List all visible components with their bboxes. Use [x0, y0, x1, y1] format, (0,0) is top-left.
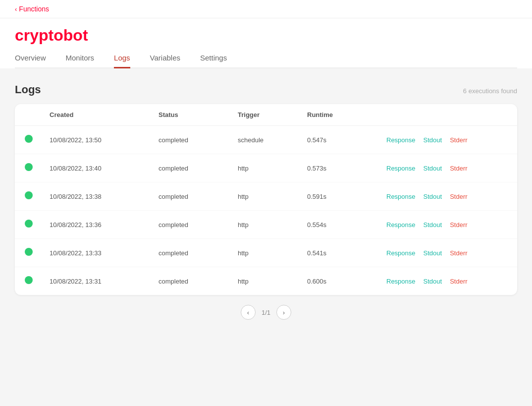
stderr-link[interactable]: Stderr	[450, 193, 467, 200]
cell-trigger: http	[238, 193, 307, 200]
nav-tabs: Overview Monitors Logs Variables Setting…	[15, 54, 517, 68]
cell-created: 10/08/2022, 13:33	[50, 249, 159, 257]
cell-trigger: schedule	[238, 136, 307, 144]
action-links: Response Stdout Stderr	[386, 221, 507, 229]
header-section: cryptobot Overview Monitors Logs Variabl…	[0, 18, 532, 68]
logs-table-card: Created Status Trigger Runtime 10/08/202…	[15, 104, 517, 295]
cell-status: completed	[159, 278, 238, 285]
stderr-link[interactable]: Stderr	[450, 136, 467, 144]
cell-runtime: 0.541s	[307, 249, 386, 257]
stderr-link[interactable]: Stderr	[450, 278, 467, 285]
tab-monitors[interactable]: Monitors	[66, 54, 95, 68]
status-dot-green	[25, 220, 33, 228]
status-dot-green	[25, 276, 33, 284]
cell-runtime: 0.591s	[307, 193, 386, 200]
cell-created: 10/08/2022, 13:36	[50, 221, 159, 229]
tab-variables[interactable]: Variables	[150, 54, 180, 68]
logs-title: Logs	[15, 83, 41, 96]
executions-count: 6 executions found	[463, 87, 517, 95]
stdout-link[interactable]: Stdout	[424, 221, 442, 229]
table-row: 10/08/2022, 13:50 completed schedule 0.5…	[15, 126, 517, 154]
action-links: Response Stdout Stderr	[386, 249, 507, 257]
main-content: Logs 6 executions found Created Status T…	[0, 68, 532, 366]
stdout-link[interactable]: Stdout	[424, 136, 442, 144]
status-indicator	[25, 248, 50, 258]
cell-created: 10/08/2022, 13:38	[50, 193, 159, 200]
cell-runtime: 0.573s	[307, 165, 386, 172]
col-header-status: Status	[159, 111, 238, 118]
cell-status: completed	[159, 221, 238, 229]
action-links: Response Stdout Stderr	[386, 278, 507, 285]
app-title: cryptobot	[15, 26, 517, 45]
action-links: Response Stdout Stderr	[386, 136, 507, 144]
response-link[interactable]: Response	[386, 165, 416, 172]
next-page-button[interactable]: ›	[276, 305, 291, 320]
status-dot-green	[25, 191, 33, 199]
cell-trigger: http	[238, 221, 307, 229]
stdout-link[interactable]: Stdout	[424, 193, 442, 200]
col-header-runtime: Runtime	[307, 111, 386, 118]
stderr-link[interactable]: Stderr	[450, 165, 467, 172]
cell-created: 10/08/2022, 13:50	[50, 136, 159, 144]
response-link[interactable]: Response	[386, 249, 416, 257]
cell-status: completed	[159, 165, 238, 172]
table-row: 10/08/2022, 13:31 completed http 0.600s …	[15, 267, 517, 295]
status-dot-green	[25, 163, 33, 171]
cell-status: completed	[159, 249, 238, 257]
response-link[interactable]: Response	[386, 278, 416, 285]
col-header-trigger: Trigger	[238, 111, 307, 118]
pagination: ‹ 1/1 ›	[15, 305, 517, 320]
table-row: 10/08/2022, 13:33 completed http 0.541s …	[15, 239, 517, 267]
status-indicator	[25, 191, 50, 201]
cell-trigger: http	[238, 278, 307, 285]
status-indicator	[25, 220, 50, 230]
response-link[interactable]: Response	[386, 221, 416, 229]
tab-logs[interactable]: Logs	[114, 54, 130, 68]
cell-status: completed	[159, 136, 238, 144]
cell-trigger: http	[238, 165, 307, 172]
cell-trigger: http	[238, 249, 307, 257]
table-row: 10/08/2022, 13:40 completed http 0.573s …	[15, 154, 517, 182]
table-row: 10/08/2022, 13:36 completed http 0.554s …	[15, 211, 517, 239]
action-links: Response Stdout Stderr	[386, 193, 507, 200]
stderr-link[interactable]: Stderr	[450, 221, 467, 229]
cell-created: 10/08/2022, 13:40	[50, 165, 159, 172]
response-link[interactable]: Response	[386, 193, 416, 200]
stderr-link[interactable]: Stderr	[450, 249, 467, 257]
cell-status: completed	[159, 193, 238, 200]
cell-runtime: 0.600s	[307, 278, 386, 285]
action-links: Response Stdout Stderr	[386, 165, 507, 172]
cell-created: 10/08/2022, 13:31	[50, 278, 159, 285]
cell-runtime: 0.554s	[307, 221, 386, 229]
col-header-actions	[386, 111, 507, 118]
stdout-link[interactable]: Stdout	[424, 249, 442, 257]
table-row: 10/08/2022, 13:38 completed http 0.591s …	[15, 182, 517, 211]
col-header-created: Created	[50, 111, 159, 118]
tab-settings[interactable]: Settings	[200, 54, 227, 68]
col-header-indicator	[25, 111, 50, 118]
status-dot-green	[25, 248, 33, 256]
table-header: Created Status Trigger Runtime	[15, 104, 517, 126]
back-chevron-icon: ‹	[15, 5, 17, 13]
back-label: Functions	[19, 5, 49, 13]
status-dot-green	[25, 135, 33, 143]
response-link[interactable]: Response	[386, 136, 416, 144]
tab-overview[interactable]: Overview	[15, 54, 46, 68]
status-indicator	[25, 163, 50, 173]
stdout-link[interactable]: Stdout	[424, 278, 442, 285]
cell-runtime: 0.547s	[307, 136, 386, 144]
prev-page-button[interactable]: ‹	[241, 305, 256, 320]
back-link[interactable]: ‹ Functions	[15, 5, 49, 13]
page-info: 1/1	[262, 309, 270, 316]
status-indicator	[25, 276, 50, 286]
top-bar: ‹ Functions	[0, 0, 532, 18]
status-indicator	[25, 135, 50, 145]
logs-header: Logs 6 executions found	[15, 83, 517, 96]
stdout-link[interactable]: Stdout	[424, 165, 442, 172]
